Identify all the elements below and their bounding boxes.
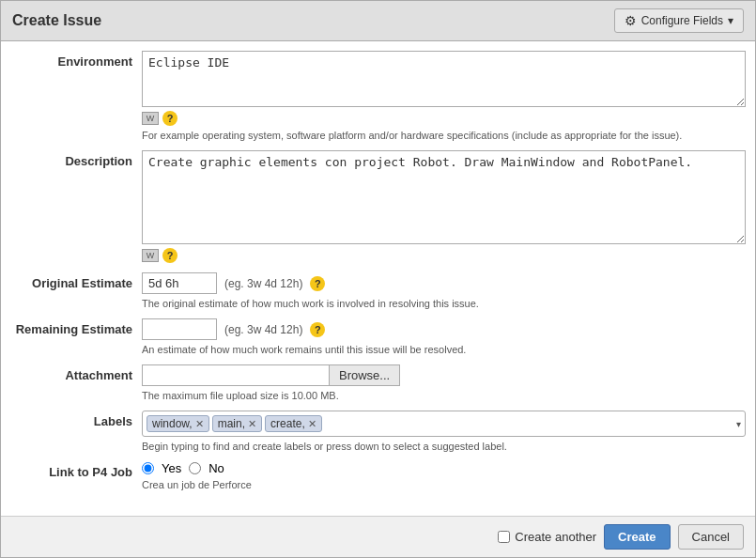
remaining-estimate-label: Remaining Estimate	[10, 318, 142, 336]
p4-hint: Crea un job de Perforce	[142, 479, 746, 490]
help-icon-desc[interactable]: ?	[162, 248, 177, 263]
create-another-checkbox[interactable]	[498, 531, 510, 543]
labels-row: Labels window, ✕ main, ✕ create, ✕ ▾	[1, 411, 755, 452]
labels-container[interactable]: window, ✕ main, ✕ create, ✕ ▾	[142, 411, 746, 437]
cancel-button[interactable]: Cancel	[678, 524, 744, 550]
labels-field: window, ✕ main, ✕ create, ✕ ▾ Begin typi…	[142, 411, 746, 452]
wiki-icon-desc[interactable]: W	[142, 249, 159, 262]
p4-radio-no[interactable]	[189, 462, 201, 474]
description-input[interactable]: Create graphic elements con project Robo…	[142, 150, 746, 244]
remaining-estimate-input[interactable]	[142, 318, 217, 340]
dialog-footer: Create another Create Cancel	[1, 516, 755, 557]
label-remove-window[interactable]: ✕	[195, 418, 204, 430]
environment-hint: For example operating system, software p…	[142, 130, 746, 141]
description-field: Create graphic elements con project Robo…	[142, 150, 746, 263]
dialog-header: Create Issue ⚙ Configure Fields ▾	[1, 1, 755, 41]
attachment-input[interactable]	[142, 364, 330, 386]
create-button[interactable]: Create	[604, 524, 670, 550]
remaining-estimate-hint: An estimate of how much work remains unt…	[142, 344, 746, 355]
labels-hint: Begin typing to find and create labels o…	[142, 441, 746, 452]
original-estimate-input[interactable]	[142, 272, 217, 294]
label-tag-create: create, ✕	[265, 415, 322, 432]
original-estimate-example: (eg. 3w 4d 12h)	[224, 277, 302, 290]
attachment-hint: The maximum file upload size is 10.00 MB…	[142, 390, 746, 401]
p4-radio-yes[interactable]	[142, 462, 154, 474]
help-icon[interactable]: ?	[162, 111, 177, 126]
description-label: Description	[10, 150, 142, 168]
help-icon-remaining[interactable]: ?	[310, 322, 325, 337]
environment-label: Environment	[10, 51, 142, 69]
remaining-estimate-field: (eg. 3w 4d 12h) ? An estimate of how muc…	[142, 318, 746, 355]
create-issue-dialog: Create Issue ⚙ Configure Fields ▾ Enviro…	[0, 0, 756, 558]
label-remove-create[interactable]: ✕	[308, 418, 316, 430]
configure-fields-button[interactable]: ⚙ Configure Fields ▾	[614, 8, 744, 33]
p4-radio-yes-label: Yes	[162, 461, 181, 475]
attachment-label: Attachment	[10, 364, 142, 382]
create-another-label[interactable]: Create another	[498, 530, 596, 544]
chevron-down-icon: ▾	[728, 14, 733, 27]
original-estimate-label: Original Estimate	[10, 272, 142, 290]
dialog-title: Create Issue	[12, 12, 101, 29]
label-remove-main[interactable]: ✕	[248, 418, 256, 430]
dialog-body: Environment Eclipse IDE W ? For example …	[1, 41, 755, 516]
gear-icon: ⚙	[625, 13, 637, 28]
attachment-row: Attachment Browse... The maximum file up…	[1, 364, 755, 401]
remaining-estimate-row: Remaining Estimate (eg. 3w 4d 12h) ? An …	[1, 318, 755, 355]
p4-radio-no-label: No	[208, 461, 224, 475]
description-row: Description Create graphic elements con …	[1, 150, 755, 263]
link-to-p4-label: Link to P4 Job	[10, 461, 142, 479]
labels-label: Labels	[10, 411, 142, 428]
environment-row: Environment Eclipse IDE W ? For example …	[1, 51, 755, 141]
original-estimate-field: (eg. 3w 4d 12h) ? The original estimate …	[142, 272, 746, 309]
original-estimate-hint: The original estimate of how much work i…	[142, 298, 746, 309]
wiki-icon[interactable]: W	[142, 112, 159, 125]
remaining-estimate-example: (eg. 3w 4d 12h)	[224, 323, 302, 336]
label-tag-window: window, ✕	[147, 415, 209, 432]
attachment-field: Browse... The maximum file upload size i…	[142, 364, 746, 401]
link-to-p4-row: Link to P4 Job Yes No Crea un job de Per…	[1, 461, 755, 490]
original-estimate-row: Original Estimate (eg. 3w 4d 12h) ? The …	[1, 272, 755, 309]
environment-field: Eclipse IDE W ? For example operating sy…	[142, 51, 746, 141]
environment-input[interactable]: Eclipse IDE	[142, 51, 746, 107]
label-tag-main: main, ✕	[212, 415, 262, 432]
labels-dropdown-arrow[interactable]: ▾	[736, 419, 741, 429]
help-icon-estimate[interactable]: ?	[310, 276, 325, 291]
link-to-p4-field: Yes No Crea un job de Perforce	[142, 461, 746, 490]
browse-button[interactable]: Browse...	[330, 364, 400, 386]
